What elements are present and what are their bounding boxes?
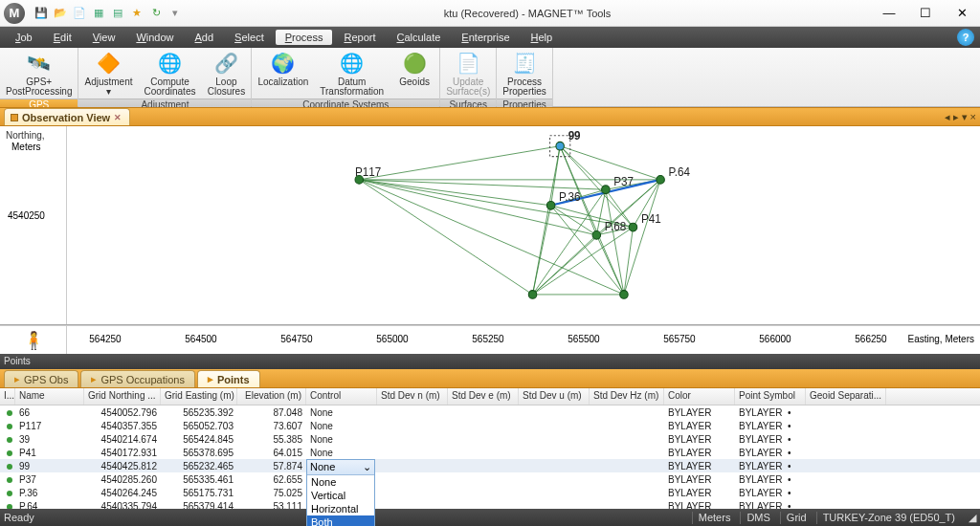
redo-icon[interactable]: ↻ — [147, 5, 165, 22]
tab-label: Observation View — [22, 112, 110, 123]
menu-item-job[interactable]: Job — [6, 30, 42, 45]
menu-item-select[interactable]: Select — [225, 30, 274, 45]
menu-item-window[interactable]: Window — [126, 30, 183, 45]
cell: BYLAYER • — [735, 474, 806, 485]
grid2-icon[interactable]: ▤ — [109, 5, 126, 22]
cell: None — [306, 407, 377, 418]
net-point[interactable] — [546, 201, 554, 209]
help-icon[interactable]: ? — [957, 29, 974, 46]
col-header[interactable]: Elevation (m) — [237, 388, 306, 405]
status-segment[interactable]: Meters — [692, 512, 737, 524]
x-tick: 565000 — [376, 334, 408, 344]
localization-button[interactable]: 🌍Localization — [252, 48, 314, 99]
open-icon[interactable]: 📂 — [52, 5, 69, 22]
tabstrip-menu-icon[interactable]: ▾ — [962, 111, 968, 123]
app-logo: M — [4, 3, 25, 24]
points-tab-gps-obs[interactable]: ▸GPS Obs — [4, 370, 78, 387]
status-segment[interactable]: Grid — [780, 512, 813, 524]
gps-postprocessing-button[interactable]: 🛰️GPS+PostProcessing — [0, 48, 78, 99]
person-icon: 🧍 — [0, 326, 67, 354]
col-header[interactable]: Control — [306, 388, 377, 405]
col-header[interactable]: I... — [0, 388, 15, 405]
table-row[interactable]: 664540052.796565235.39287.048NoneBYLAYER… — [0, 405, 980, 419]
update-surfaces-button: 📄UpdateSurface(s) — [440, 48, 496, 99]
y-axis-tick: 4540250 — [8, 210, 45, 221]
table-row[interactable]: P.364540264.245565175.73175.025BYLAYERBY… — [0, 486, 980, 499]
table-row[interactable]: P.644540335.794565379.41453.111BYLAYERBY… — [0, 499, 980, 509]
col-header[interactable]: Std Dev n (m) — [377, 388, 448, 405]
net-point[interactable] — [620, 291, 628, 299]
table-row[interactable]: P374540285.260565335.46162.655BYLAYERBYL… — [0, 472, 980, 486]
col-header[interactable]: Grid Easting (m) — [161, 388, 237, 405]
cell: 64.015 — [237, 448, 306, 458]
menu-item-view[interactable]: View — [83, 30, 125, 45]
maximize-button[interactable]: ☐ — [907, 0, 944, 27]
menu-item-edit[interactable]: Edit — [44, 30, 81, 45]
control-option-none[interactable]: None — [307, 475, 374, 489]
tab-observation-view[interactable]: Observation View ✕ — [4, 108, 130, 125]
net-point[interactable] — [592, 230, 600, 239]
cell: 565424.845 — [161, 434, 237, 445]
net-point[interactable] — [528, 291, 536, 299]
x-tick: 566000 — [759, 334, 791, 344]
y-axis-unit: Meters — [11, 142, 41, 152]
menu-item-help[interactable]: Help — [522, 30, 563, 45]
x-tick: 566250 — [855, 334, 886, 344]
net-point[interactable] — [657, 176, 664, 185]
minimize-button[interactable]: — — [871, 0, 907, 27]
points-tab-gps-occupations[interactable]: ▸GPS Occupations — [80, 370, 194, 387]
table-row[interactable]: 394540214.674565424.84555.385NoneBYLAYER… — [0, 432, 980, 446]
table-row[interactable]: P414540172.931565378.69564.015NoneBYLAYE… — [0, 446, 980, 459]
col-header[interactable]: Grid Northing ... — [84, 388, 161, 405]
control-dropdown[interactable]: None ⌄ NoneVerticalHorizontalBoth — [306, 459, 375, 526]
control-option-horizontal[interactable]: Horizontal — [307, 502, 374, 515]
col-header[interactable]: Std Dev Hz (m) — [590, 388, 664, 405]
net-point[interactable] — [556, 142, 564, 150]
menu-item-enterprise[interactable]: Enterprise — [452, 30, 519, 45]
cell: 4540214.674 — [84, 434, 161, 445]
col-header[interactable]: Std Dev e (m) — [448, 388, 519, 405]
qat-dropdown-icon[interactable]: ▾ — [167, 5, 184, 22]
datum-transformation-button[interactable]: 🌐DatumTransformation — [314, 48, 390, 99]
grid-header: I...NameGrid Northing ...Grid Easting (m… — [0, 388, 980, 405]
col-header[interactable]: Geoid Separati... — [806, 388, 886, 405]
new-icon[interactable]: 📄 — [71, 5, 88, 22]
tabstrip-close-icon[interactable]: × — [970, 111, 976, 123]
status-segment[interactable]: TURKEY-Zone 39 (ED50_T) — [816, 512, 961, 524]
table-row[interactable]: P1174540357.355565052.70373.607NoneBYLAY… — [0, 419, 980, 432]
adjustment-button[interactable]: 🔶Adjustment▾ — [78, 48, 138, 99]
col-header[interactable]: Std Dev u (m) — [519, 388, 590, 405]
grid-body: 664540052.796565235.39287.048NoneBYLAYER… — [0, 405, 980, 509]
control-selected[interactable]: None ⌄ — [307, 460, 374, 475]
points-tab-points[interactable]: ▸Points — [197, 370, 260, 387]
net-point[interactable] — [629, 223, 636, 231]
menu-item-report[interactable]: Report — [334, 30, 385, 45]
close-button[interactable]: ✕ — [944, 0, 980, 27]
table-row[interactable]: 994540425.812565232.46557.874NoneBYLAYER… — [0, 459, 980, 472]
menu-item-add[interactable]: Add — [186, 30, 224, 45]
process-properties-button[interactable]: 🧾ProcessProperties — [497, 48, 552, 99]
geoids-button[interactable]: 🟢Geoids — [390, 48, 439, 99]
cell: BYLAYER — [664, 434, 735, 445]
col-header[interactable]: Point Symbol — [735, 388, 806, 405]
tabstrip-right-icon[interactable]: ▸ — [953, 111, 959, 123]
point-icon — [7, 504, 12, 510]
control-option-vertical[interactable]: Vertical — [307, 489, 374, 502]
menu-item-process[interactable]: Process — [276, 30, 333, 45]
tabstrip-left-icon[interactable]: ◂ — [945, 111, 950, 123]
grid-icon[interactable]: ▦ — [90, 5, 107, 22]
status-segment[interactable]: DMS — [740, 512, 775, 524]
save-icon[interactable]: 💾 — [33, 5, 50, 22]
loop-closures-button[interactable]: 🔗LoopClosures — [201, 48, 251, 99]
resize-grip-icon[interactable]: ◢ — [965, 512, 976, 524]
network-canvas[interactable]: 99P117P.64P37P.36P41P.68 — [67, 126, 980, 324]
compute-coordinates-button-icon: 🌐 — [156, 50, 183, 77]
control-option-both[interactable]: Both — [307, 515, 374, 526]
close-icon[interactable]: ✕ — [114, 113, 122, 122]
col-header[interactable]: Color — [664, 388, 735, 405]
star-icon[interactable]: ★ — [128, 5, 145, 22]
compute-coordinates-button[interactable]: 🌐ComputeCoordinates — [139, 48, 202, 99]
menu-item-calculate[interactable]: Calculate — [387, 30, 450, 45]
net-point[interactable] — [602, 186, 610, 194]
col-header[interactable]: Name — [15, 388, 84, 405]
